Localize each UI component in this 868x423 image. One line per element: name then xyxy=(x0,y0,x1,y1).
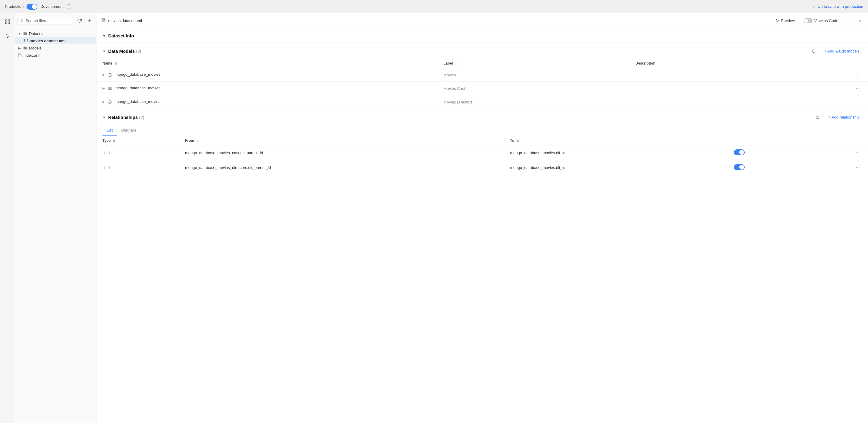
rel-toggle-cell xyxy=(728,160,804,175)
info-icon[interactable]: i xyxy=(67,4,71,9)
more-options-btn[interactable]: ··· xyxy=(855,85,862,92)
sidebar-filter-btn[interactable] xyxy=(3,31,12,41)
row-expand-icon[interactable]: ▶ xyxy=(102,87,105,90)
folder-icon xyxy=(23,46,28,50)
sort-icon[interactable]: ⇅ xyxy=(517,139,519,142)
search-input-wrap[interactable] xyxy=(18,17,73,24)
datasets-label: Datasets xyxy=(29,31,44,36)
data-models-title: Data Models (3) xyxy=(108,49,141,54)
row-expand-icon[interactable]: ▶ xyxy=(102,100,105,104)
add-file-btn[interactable] xyxy=(85,16,94,25)
model-more-cell: ··· xyxy=(778,95,868,109)
col-from-header: From ⇅ xyxy=(179,136,504,145)
col-more-header xyxy=(804,136,868,145)
chevron-right-icon: ▶ xyxy=(18,46,22,50)
content-header-left: movies.dataset.aml xyxy=(101,18,142,24)
col-description-header: Description xyxy=(629,59,778,68)
more-options-btn[interactable]: ··· xyxy=(855,71,862,79)
svg-point-10 xyxy=(21,19,23,22)
search-icon xyxy=(20,19,24,23)
add-edit-models-btn[interactable]: + Add & Edit models xyxy=(822,48,862,55)
topbar-right: ✓ Up to date with production xyxy=(812,4,863,9)
tab-list[interactable]: List xyxy=(102,125,117,136)
main-content: movies.dataset.aml Preview View as Code … xyxy=(96,13,868,423)
more-options-btn[interactable]: ··· xyxy=(855,149,862,156)
view-code-label: View as Code xyxy=(814,19,838,23)
env-toggle[interactable] xyxy=(27,4,37,10)
model-name-cell: ▶ mongo_database_movies... xyxy=(96,82,437,95)
sort-icon[interactable]: ⇅ xyxy=(455,62,458,65)
preview-btn[interactable]: Preview xyxy=(773,17,797,24)
content-body: ▼ Dataset Info ▼ Data Models (3) xyxy=(96,28,868,423)
chevron-down-icon[interactable]: ▼ xyxy=(102,34,106,38)
table-row[interactable]: ▶ mongo_database_movies... xyxy=(96,82,868,95)
tree-item-movies-dataset[interactable]: movies.dataset.aml xyxy=(15,37,96,44)
more-options-btn[interactable]: ··· xyxy=(855,98,862,106)
relationship-toggle[interactable] xyxy=(734,164,745,170)
rel-to-cell: mongo_database_movies.dlt_id xyxy=(504,160,728,175)
folder-icon xyxy=(23,31,28,36)
topbar-left: Production Development i xyxy=(5,4,71,10)
relationships-table: Type ⇅ From ⇅ To ⇅ xyxy=(96,136,868,175)
movies-dataset-label: movies.dataset.aml xyxy=(30,38,66,43)
col-toggle-header xyxy=(728,136,804,145)
model-icon xyxy=(107,99,113,105)
icon-sidebar xyxy=(0,13,15,423)
collapse-panel-btn[interactable]: < xyxy=(856,17,863,24)
more-options-btn[interactable]: ··· xyxy=(855,164,862,171)
table-row[interactable]: n - 1 mongo_database_movies_directors.dl… xyxy=(96,160,868,175)
model-label-cell: Movies xyxy=(437,68,629,82)
add-relationship-btn[interactable]: + Add relationship xyxy=(826,114,862,121)
col-label-header: Label ⇅ xyxy=(437,59,629,68)
refresh-btn[interactable] xyxy=(75,16,84,25)
row-expand-icon[interactable]: ▶ xyxy=(102,73,105,76)
search-input[interactable] xyxy=(26,19,70,23)
tree-item-index[interactable]: index.aml xyxy=(15,52,96,59)
more-options-btn[interactable]: ··· xyxy=(844,17,852,24)
file-icon xyxy=(18,53,22,58)
svg-line-11 xyxy=(23,21,23,22)
dataset-info-title: Dataset Info xyxy=(108,33,134,38)
table-row[interactable]: ▶ mongo_database_movies... xyxy=(96,95,868,109)
model-description-cell xyxy=(629,82,778,95)
svg-rect-2 xyxy=(5,22,7,24)
col-actions-header xyxy=(778,59,868,68)
breadcrumb-dataset-icon xyxy=(101,18,106,24)
table-row[interactable]: n - 1 mongo_database_movies_cast.dlt_par… xyxy=(96,145,868,160)
sort-icon[interactable]: ⇅ xyxy=(113,139,115,142)
topbar: Production Development i ✓ Up to date wi… xyxy=(0,0,868,13)
tab-diagram[interactable]: Diagram xyxy=(117,125,140,136)
relationships-header: ▼ Relationships (2) + Add relationship xyxy=(96,109,868,125)
svg-rect-22 xyxy=(109,76,111,76)
view-as-code-btn[interactable]: View as Code xyxy=(801,17,841,24)
svg-rect-25 xyxy=(109,87,111,87)
tree-item-datasets[interactable]: ▼ Datasets xyxy=(15,30,96,37)
rel-more-cell: ··· xyxy=(804,160,868,175)
model-label-cell: Movies Cast xyxy=(437,82,629,95)
code-toggle-switch[interactable] xyxy=(804,18,812,23)
tree-item-models[interactable]: ▶ Models xyxy=(15,44,96,52)
chevron-down-icon[interactable]: ▼ xyxy=(102,50,106,53)
chevron-down-icon: ▼ xyxy=(18,31,22,36)
data-models-table: Name ⇅ Label ⇅ Description xyxy=(96,59,868,109)
models-search-btn[interactable] xyxy=(809,48,818,55)
data-models-header: ▼ Data Models (3) + Add & Edit models xyxy=(96,43,868,59)
sort-icon[interactable]: ⇅ xyxy=(115,62,117,65)
col-name-header: Name ⇅ xyxy=(96,59,437,68)
svg-point-31 xyxy=(816,116,819,118)
file-tree: ▼ Datasets movies.dat xyxy=(15,28,96,423)
search-icon xyxy=(815,115,820,119)
model-name-cell: ▶ mongo_database_movies xyxy=(96,68,437,82)
rel-type-cell: n - 1 xyxy=(96,160,179,175)
table-row[interactable]: ▶ mongo_database_movies xyxy=(96,68,868,82)
status-label: Up to date with production xyxy=(818,4,863,9)
col-type-header: Type ⇅ xyxy=(96,136,179,145)
file-sidebar: ▼ Datasets movies.dat xyxy=(15,13,96,423)
relationship-toggle[interactable] xyxy=(734,149,745,156)
relationships-search-btn[interactable] xyxy=(813,114,822,121)
sidebar-files-btn[interactable] xyxy=(3,17,12,27)
chevron-down-icon[interactable]: ▼ xyxy=(102,116,106,119)
models-label: Models xyxy=(29,46,41,50)
sort-icon[interactable]: ⇅ xyxy=(196,139,198,142)
check-icon: ✓ xyxy=(812,4,816,9)
